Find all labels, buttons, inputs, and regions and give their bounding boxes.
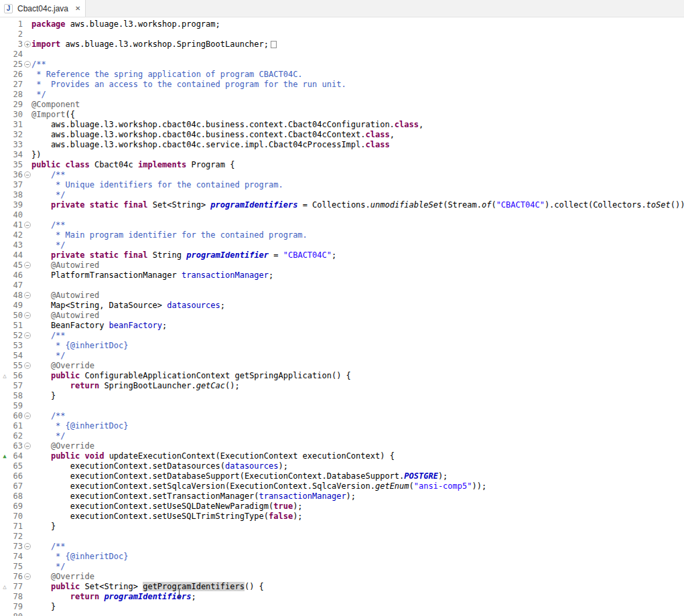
annotation-ruler-cell bbox=[0, 502, 9, 512]
code-text[interactable]: PlatformTransactionManager transactionMa… bbox=[31, 271, 684, 281]
code-text[interactable]: * {@inheritDoc} bbox=[31, 552, 684, 562]
fold-collapse-icon[interactable]: − bbox=[24, 262, 31, 268]
code-text[interactable]: */ bbox=[31, 351, 684, 361]
line-number: 53 bbox=[9, 341, 23, 351]
fold-collapse-icon[interactable]: − bbox=[24, 171, 31, 178]
code-text[interactable]: aws.bluage.l3.workshop.cbact04c.business… bbox=[31, 120, 684, 130]
code-text[interactable]: @Component bbox=[31, 100, 684, 110]
code-text[interactable]: * {@inheritDoc} bbox=[31, 341, 684, 351]
code-text[interactable]: } bbox=[31, 391, 684, 401]
line-number: 55 bbox=[9, 361, 23, 371]
code-text[interactable]: BeanFactory beanFactory; bbox=[31, 321, 684, 331]
code-text[interactable]: /** bbox=[31, 411, 684, 421]
code-text[interactable]: return programIdentifiers; bbox=[31, 592, 684, 602]
tab-close-icon[interactable]: ✕ bbox=[73, 5, 80, 12]
line-number: 63 bbox=[9, 441, 23, 451]
code-line: 35public class Cbact04c implements Progr… bbox=[0, 160, 684, 170]
code-text[interactable]: private static final Set<String> program… bbox=[31, 200, 684, 210]
fold-collapse-icon[interactable]: − bbox=[24, 443, 31, 449]
code-text[interactable]: @Autowired bbox=[31, 260, 684, 271]
annotation-ruler-cell bbox=[0, 522, 9, 532]
code-text[interactable]: import aws.bluage.l3.workshop.SpringBoot… bbox=[31, 40, 684, 50]
fold-collapse-icon[interactable]: − bbox=[24, 412, 31, 419]
code-text[interactable]: aws.bluage.l3.workshop.cbact04c.service.… bbox=[31, 140, 684, 150]
code-text[interactable]: aws.bluage.l3.workshop.cbact04c.business… bbox=[31, 130, 684, 140]
code-text[interactable]: * Reference the spring application of pr… bbox=[31, 70, 684, 80]
fold-gutter bbox=[23, 130, 31, 140]
code-text[interactable]: */ bbox=[31, 190, 684, 200]
code-text[interactable]: public Set<String> getProgramIdentifiers… bbox=[31, 582, 684, 592]
code-text[interactable]: public ConfigurableApplicationContext ge… bbox=[31, 371, 684, 381]
code-text[interactable] bbox=[31, 281, 684, 291]
code-text[interactable]: package aws.bluage.l3.workshop.program; bbox=[31, 19, 684, 29]
overrides-marker-icon[interactable]: △ bbox=[0, 371, 9, 381]
code-text[interactable]: * {@inheritDoc} bbox=[31, 421, 684, 431]
tab-cbact04c-java[interactable]: J Cbact04c.java ✕ bbox=[0, 0, 86, 17]
line-number: 76 bbox=[9, 572, 23, 582]
fold-expand-icon[interactable]: + bbox=[24, 41, 31, 48]
code-text[interactable]: @Import({ bbox=[31, 110, 684, 120]
code-text[interactable]: /** bbox=[31, 331, 684, 341]
code-text[interactable]: executionContext.setUseSQLDateNewParadig… bbox=[31, 502, 684, 512]
fold-collapse-icon[interactable]: − bbox=[24, 222, 31, 228]
overrides-marker-icon[interactable]: △ bbox=[0, 582, 9, 592]
implements-marker-icon[interactable]: ▲ bbox=[0, 451, 9, 461]
code-text[interactable]: @Override bbox=[31, 441, 684, 451]
annotation-ruler-cell bbox=[0, 170, 9, 180]
annotation-ruler-cell bbox=[0, 281, 9, 291]
code-text[interactable]: executionContext.setTransactionManager(t… bbox=[31, 491, 684, 502]
code-text[interactable]: @Override bbox=[31, 361, 684, 371]
code-text[interactable]: @Autowired bbox=[31, 311, 684, 321]
code-text[interactable]: executionContext.setUseSQLTrimStringType… bbox=[31, 512, 684, 522]
code-text[interactable]: Map<String, DataSource> datasources; bbox=[31, 301, 684, 311]
folded-region-icon[interactable] bbox=[271, 41, 277, 48]
code-text[interactable]: */ bbox=[31, 431, 684, 441]
code-text[interactable] bbox=[31, 50, 684, 60]
code-editor[interactable]: 1package aws.bluage.l3.workshop.program;… bbox=[0, 17, 684, 616]
code-line: 52− /** bbox=[0, 331, 684, 341]
code-text[interactable]: /** bbox=[31, 542, 684, 552]
fold-gutter bbox=[23, 281, 31, 291]
code-text[interactable] bbox=[31, 210, 684, 220]
fold-collapse-icon[interactable]: − bbox=[24, 332, 31, 339]
code-text[interactable]: } bbox=[31, 522, 684, 532]
code-text[interactable]: }) bbox=[31, 150, 684, 160]
fold-collapse-icon[interactable]: − bbox=[24, 573, 31, 580]
code-line: 3+import aws.bluage.l3.workshop.SpringBo… bbox=[0, 40, 684, 50]
code-line: 61 * {@inheritDoc} bbox=[0, 421, 684, 431]
code-text[interactable]: executionContext.setDatasources(datasour… bbox=[31, 461, 684, 471]
code-text[interactable]: public class Cbact04c implements Program… bbox=[31, 160, 684, 170]
code-text[interactable] bbox=[31, 401, 684, 411]
line-number: 67 bbox=[9, 481, 23, 491]
code-text[interactable]: */ bbox=[31, 240, 684, 250]
code-text[interactable]: } bbox=[31, 602, 684, 612]
code-text[interactable]: */ bbox=[31, 562, 684, 572]
code-text[interactable]: */ bbox=[31, 90, 684, 100]
code-text[interactable]: executionContext.setDatabaseSupport(Exec… bbox=[31, 471, 684, 481]
fold-collapse-icon[interactable]: − bbox=[24, 312, 31, 319]
code-text[interactable]: executionContext.setSqlcaVersion(Executi… bbox=[31, 481, 684, 491]
code-text[interactable]: * Provides an access to the contained pr… bbox=[31, 80, 684, 90]
code-text[interactable]: /** bbox=[31, 220, 684, 230]
code-text[interactable]: /** bbox=[31, 170, 684, 180]
line-number: 36 bbox=[9, 170, 23, 180]
code-text[interactable] bbox=[31, 532, 684, 542]
fold-gutter bbox=[23, 271, 31, 281]
fold-collapse-icon[interactable]: − bbox=[24, 543, 31, 550]
code-text[interactable] bbox=[31, 612, 684, 616]
code-text[interactable]: * Main program identifier for the contai… bbox=[31, 230, 684, 240]
code-text[interactable]: @Autowired bbox=[31, 291, 684, 301]
fold-collapse-icon[interactable]: − bbox=[24, 61, 31, 68]
code-text[interactable]: /** bbox=[31, 60, 684, 70]
code-text[interactable]: return SpringBootLauncher.getCac(); bbox=[31, 381, 684, 391]
code-text[interactable]: @Override bbox=[31, 572, 684, 582]
line-number: 64 bbox=[9, 451, 23, 461]
code-text[interactable]: public void updateExecutionContext(Execu… bbox=[31, 451, 684, 461]
fold-gutter bbox=[23, 230, 31, 240]
code-text[interactable]: * Unique identifiers for the contained p… bbox=[31, 180, 684, 190]
fold-collapse-icon[interactable]: − bbox=[24, 292, 31, 299]
code-line: 30@Import({ bbox=[0, 110, 684, 120]
code-text[interactable]: private static final String programIdent… bbox=[31, 250, 684, 260]
fold-collapse-icon[interactable]: − bbox=[24, 362, 31, 369]
code-text[interactable] bbox=[31, 29, 684, 40]
